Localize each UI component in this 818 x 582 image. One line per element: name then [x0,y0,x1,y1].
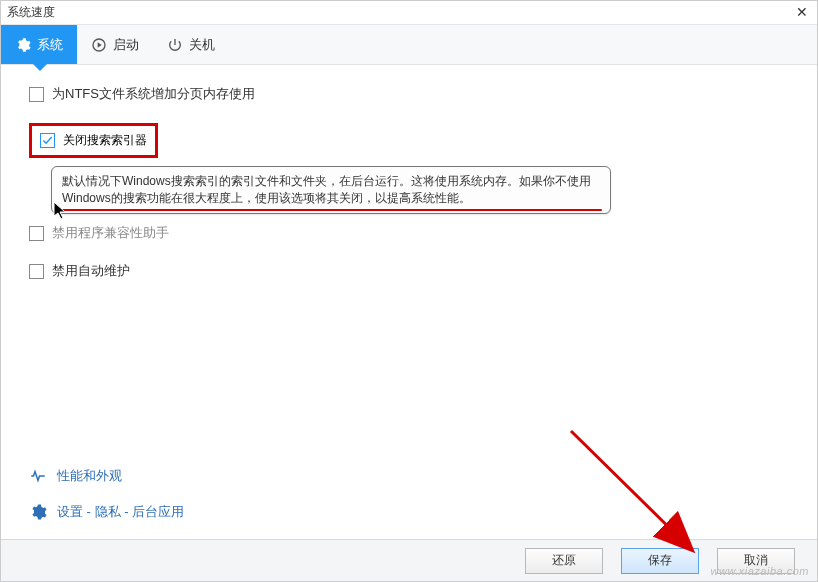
gear-icon [15,37,31,53]
titlebar: 系统速度 ✕ [1,1,817,25]
tab-bar: 系统 启动 关机 [1,25,817,65]
link-label: 设置 - 隐私 - 后台应用 [57,503,184,521]
option-label: 禁用程序兼容性助手 [52,224,169,242]
waveform-icon [29,467,47,485]
option-compat-assistant[interactable]: 禁用程序兼容性助手 [29,224,789,242]
checkbox[interactable] [29,264,44,279]
footer: 还原 保存 取消 [1,539,817,581]
save-button[interactable]: 保存 [621,548,699,574]
gear-icon [29,503,47,521]
play-circle-icon [91,37,107,53]
link-label: 性能和外观 [57,467,122,485]
highlight-annotation: 关闭搜索索引器 [29,123,158,158]
option-label: 禁用自动维护 [52,262,130,280]
restore-button[interactable]: 还原 [525,548,603,574]
tab-label: 系统 [37,36,63,54]
cancel-button[interactable]: 取消 [717,548,795,574]
window: 系统速度 ✕ 系统 启动 关机 为NTFS文件系 [0,0,818,582]
bottom-links: 性能和外观 设置 - 隐私 - 后台应用 [29,467,184,521]
link-performance-appearance[interactable]: 性能和外观 [29,467,184,485]
power-icon [167,37,183,53]
link-settings-privacy-background[interactable]: 设置 - 隐私 - 后台应用 [29,503,184,521]
tab-label: 关机 [189,36,215,54]
option-auto-maintenance[interactable]: 禁用自动维护 [29,262,789,280]
checkbox[interactable] [40,133,55,148]
content-area: 为NTFS文件系统增加分页内存使用 关闭搜索索引器 默认情况下Windows搜索… [1,65,817,539]
option-label: 关闭搜索索引器 [63,132,147,149]
tab-label: 启动 [113,36,139,54]
option-ntfs-page-memory[interactable]: 为NTFS文件系统增加分页内存使用 [29,85,789,103]
checkbox[interactable] [29,87,44,102]
window-title: 系统速度 [7,4,55,21]
tooltip-text: 默认情况下Windows搜索索引的索引文件和文件夹，在后台运行。这将使用系统内存… [62,174,591,205]
annotation-underline [54,209,602,211]
close-button[interactable]: ✕ [793,3,811,21]
tab-startup[interactable]: 启动 [77,25,153,64]
option-label: 为NTFS文件系统增加分页内存使用 [52,85,255,103]
tooltip: 默认情况下Windows搜索索引的索引文件和文件夹，在后台运行。这将使用系统内存… [51,166,611,214]
checkbox[interactable] [29,226,44,241]
tab-shutdown[interactable]: 关机 [153,25,229,64]
tab-system[interactable]: 系统 [1,25,77,64]
